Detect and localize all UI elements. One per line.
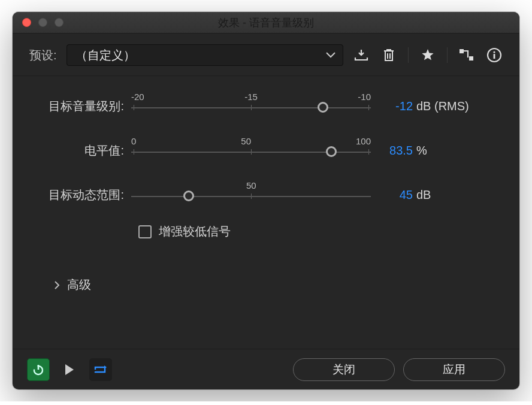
svg-rect-1: [469, 56, 473, 61]
traffic-lights: [13, 18, 64, 27]
leveling-unit: %: [413, 144, 427, 158]
leveling-row: 电平值: 0 50 100 83.5 %: [29, 138, 503, 162]
boost-low-signals-row[interactable]: 增强较低信号: [138, 223, 503, 240]
preview-play-button[interactable]: [58, 358, 81, 381]
preset-value: （自定义）: [75, 47, 135, 64]
window-maximize-button[interactable]: [55, 18, 64, 27]
preset-row: 预设: （自定义）: [13, 34, 519, 76]
power-toggle-button[interactable]: [27, 358, 50, 381]
preset-toolbar: [353, 47, 503, 64]
chevron-down-icon: [326, 52, 335, 58]
svg-point-3: [493, 51, 495, 53]
effect-dialog: 效果 - 语音音量级别 预设: （自定义）: [13, 12, 519, 389]
favorite-icon[interactable]: [419, 47, 436, 64]
routing-icon[interactable]: [458, 47, 475, 64]
loop-button[interactable]: [89, 358, 112, 381]
footer: 关闭 应用: [13, 349, 519, 389]
window-minimize-button[interactable]: [38, 18, 47, 27]
dynamic-range-slider[interactable]: 50: [131, 183, 371, 207]
dynamic-range-row: 目标动态范围: 50 45 dB: [29, 183, 503, 207]
slider-track: [131, 196, 371, 197]
delete-preset-icon[interactable]: [380, 47, 397, 64]
target-volume-row: 目标音量级别: -20 -15 -10 -12 dB (RMS): [29, 94, 503, 118]
svg-rect-0: [460, 49, 464, 53]
advanced-disclosure[interactable]: 高级: [29, 258, 503, 293]
close-button[interactable]: 关闭: [293, 358, 395, 381]
svg-rect-4: [494, 54, 495, 59]
target-volume-slider[interactable]: -20 -15 -10: [131, 94, 371, 118]
slider-thumb[interactable]: [326, 146, 337, 157]
window-title: 效果 - 语音音量级别: [13, 16, 519, 30]
leveling-label: 电平值:: [29, 143, 131, 159]
target-volume-value[interactable]: -12: [371, 99, 413, 113]
target-volume-unit: dB (RMS): [413, 99, 469, 113]
slider-ticks: 50: [131, 180, 371, 191]
window-close-button[interactable]: [22, 18, 31, 27]
separator: [447, 47, 448, 63]
chevron-right-icon: [55, 281, 60, 289]
slider-track: [131, 107, 371, 108]
dynamic-range-label: 目标动态范围:: [29, 187, 131, 203]
leveling-value[interactable]: 83.5: [371, 144, 413, 158]
target-volume-label: 目标音量级别:: [29, 98, 131, 114]
effect-body: 目标音量级别: -20 -15 -10 -12 dB (RMS) 电平值:: [13, 76, 519, 349]
advanced-label: 高级: [67, 277, 91, 293]
slider-ticks: 0 50 100: [131, 136, 371, 146]
separator: [408, 47, 409, 63]
dynamic-range-unit: dB: [413, 188, 431, 202]
slider-thumb[interactable]: [318, 102, 328, 113]
boost-low-signals-checkbox[interactable]: [138, 225, 152, 238]
boost-low-signals-label: 增强较低信号: [159, 223, 231, 240]
preset-select[interactable]: （自定义）: [66, 44, 343, 66]
slider-ticks: -20 -15 -10: [131, 92, 371, 102]
apply-button[interactable]: 应用: [403, 358, 505, 381]
preset-label: 预设:: [29, 47, 57, 64]
titlebar: 效果 - 语音音量级别: [13, 12, 519, 34]
info-icon[interactable]: [486, 47, 503, 64]
slider-thumb[interactable]: [183, 191, 194, 201]
dynamic-range-value[interactable]: 45: [371, 188, 413, 202]
save-preset-icon[interactable]: [353, 47, 370, 64]
leveling-slider[interactable]: 0 50 100: [131, 138, 371, 162]
